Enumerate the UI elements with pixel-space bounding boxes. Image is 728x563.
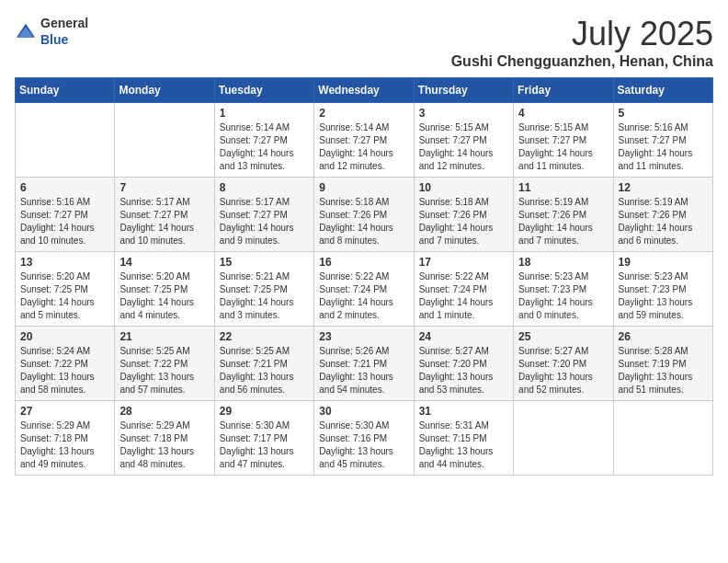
day-info: Sunrise: 5:21 AM Sunset: 7:25 PM Dayligh… <box>220 270 309 322</box>
calendar-cell: 9Sunrise: 5:18 AM Sunset: 7:26 PM Daylig… <box>314 178 414 252</box>
day-number: 1 <box>220 107 309 120</box>
calendar-cell: 5Sunrise: 5:16 AM Sunset: 7:27 PM Daylig… <box>613 103 712 178</box>
calendar-week-row: 6Sunrise: 5:16 AM Sunset: 7:27 PM Daylig… <box>16 178 713 252</box>
calendar-cell: 30Sunrise: 5:30 AM Sunset: 7:16 PM Dayli… <box>314 401 414 476</box>
calendar-cell: 17Sunrise: 5:22 AM Sunset: 7:24 PM Dayli… <box>414 252 513 327</box>
day-number: 6 <box>20 181 109 194</box>
day-info: Sunrise: 5:19 AM Sunset: 7:26 PM Dayligh… <box>619 196 708 247</box>
calendar-cell: 18Sunrise: 5:23 AM Sunset: 7:23 PM Dayli… <box>514 252 613 327</box>
calendar-cell: 15Sunrise: 5:21 AM Sunset: 7:25 PM Dayli… <box>214 252 313 327</box>
day-info: Sunrise: 5:23 AM Sunset: 7:23 PM Dayligh… <box>518 270 608 322</box>
calendar-cell: 8Sunrise: 5:17 AM Sunset: 7:27 PM Daylig… <box>214 178 313 252</box>
day-number: 26 <box>619 330 708 343</box>
day-number: 15 <box>220 256 309 269</box>
calendar-cell: 6Sunrise: 5:16 AM Sunset: 7:27 PM Daylig… <box>16 178 115 252</box>
day-number: 4 <box>518 107 608 120</box>
day-number: 21 <box>119 330 209 343</box>
weekday-header-row: SundayMondayTuesdayWednesdayThursdayFrid… <box>16 78 713 103</box>
calendar-cell: 20Sunrise: 5:24 AM Sunset: 7:22 PM Dayli… <box>16 327 115 401</box>
day-info: Sunrise: 5:19 AM Sunset: 7:26 PM Dayligh… <box>518 196 608 247</box>
calendar-cell: 13Sunrise: 5:20 AM Sunset: 7:25 PM Dayli… <box>16 252 115 327</box>
day-number: 3 <box>419 107 508 120</box>
day-number: 25 <box>518 330 608 343</box>
calendar-cell: 21Sunrise: 5:25 AM Sunset: 7:22 PM Dayli… <box>115 327 214 401</box>
weekday-header-tuesday: Tuesday <box>214 78 313 103</box>
day-number: 20 <box>20 330 109 343</box>
day-number: 17 <box>419 256 508 269</box>
day-info: Sunrise: 5:26 AM Sunset: 7:21 PM Dayligh… <box>319 345 408 396</box>
weekday-header-monday: Monday <box>115 78 214 103</box>
day-number: 7 <box>119 181 209 194</box>
calendar-week-row: 1Sunrise: 5:14 AM Sunset: 7:27 PM Daylig… <box>16 103 713 178</box>
day-info: Sunrise: 5:27 AM Sunset: 7:20 PM Dayligh… <box>419 345 508 396</box>
calendar-cell: 1Sunrise: 5:14 AM Sunset: 7:27 PM Daylig… <box>214 103 313 178</box>
day-number: 31 <box>419 405 508 418</box>
calendar-week-row: 20Sunrise: 5:24 AM Sunset: 7:22 PM Dayli… <box>16 327 713 401</box>
location-title: Gushi Chengguanzhen, Henan, China <box>451 53 713 70</box>
day-info: Sunrise: 5:20 AM Sunset: 7:25 PM Dayligh… <box>20 270 109 322</box>
calendar-cell: 4Sunrise: 5:15 AM Sunset: 7:27 PM Daylig… <box>514 103 613 178</box>
day-info: Sunrise: 5:24 AM Sunset: 7:22 PM Dayligh… <box>20 345 109 396</box>
day-info: Sunrise: 5:15 AM Sunset: 7:27 PM Dayligh… <box>419 121 508 173</box>
calendar-cell: 29Sunrise: 5:30 AM Sunset: 7:17 PM Dayli… <box>214 401 313 476</box>
calendar-table: SundayMondayTuesdayWednesdayThursdayFrid… <box>15 77 713 476</box>
day-number: 9 <box>319 181 408 194</box>
calendar-cell <box>613 401 712 476</box>
weekday-header-saturday: Saturday <box>613 78 712 103</box>
day-info: Sunrise: 5:18 AM Sunset: 7:26 PM Dayligh… <box>419 196 508 247</box>
calendar-cell <box>115 103 214 178</box>
day-info: Sunrise: 5:17 AM Sunset: 7:27 PM Dayligh… <box>220 196 309 247</box>
logo-icon <box>15 22 37 40</box>
day-number: 28 <box>119 405 209 418</box>
day-number: 10 <box>419 181 508 194</box>
calendar-cell <box>514 401 613 476</box>
day-info: Sunrise: 5:14 AM Sunset: 7:27 PM Dayligh… <box>319 121 408 173</box>
calendar-cell <box>16 103 115 178</box>
calendar-cell: 31Sunrise: 5:31 AM Sunset: 7:15 PM Dayli… <box>414 401 513 476</box>
day-info: Sunrise: 5:30 AM Sunset: 7:17 PM Dayligh… <box>220 419 309 471</box>
day-info: Sunrise: 5:15 AM Sunset: 7:27 PM Dayligh… <box>518 121 608 173</box>
day-number: 14 <box>119 256 209 269</box>
day-number: 8 <box>220 181 309 194</box>
calendar-cell: 24Sunrise: 5:27 AM Sunset: 7:20 PM Dayli… <box>414 327 513 401</box>
calendar-cell: 7Sunrise: 5:17 AM Sunset: 7:27 PM Daylig… <box>115 178 214 252</box>
day-number: 2 <box>319 107 408 120</box>
calendar-cell: 28Sunrise: 5:29 AM Sunset: 7:18 PM Dayli… <box>115 401 214 476</box>
day-number: 5 <box>619 107 708 120</box>
day-info: Sunrise: 5:18 AM Sunset: 7:26 PM Dayligh… <box>319 196 408 247</box>
calendar-cell: 2Sunrise: 5:14 AM Sunset: 7:27 PM Daylig… <box>314 103 414 178</box>
calendar-cell: 12Sunrise: 5:19 AM Sunset: 7:26 PM Dayli… <box>613 178 712 252</box>
day-info: Sunrise: 5:14 AM Sunset: 7:27 PM Dayligh… <box>220 121 309 173</box>
day-info: Sunrise: 5:17 AM Sunset: 7:27 PM Dayligh… <box>119 196 209 247</box>
day-info: Sunrise: 5:22 AM Sunset: 7:24 PM Dayligh… <box>419 270 508 322</box>
day-info: Sunrise: 5:29 AM Sunset: 7:18 PM Dayligh… <box>20 419 109 471</box>
day-number: 11 <box>518 181 608 194</box>
day-number: 30 <box>319 405 408 418</box>
weekday-header-friday: Friday <box>514 78 613 103</box>
day-info: Sunrise: 5:25 AM Sunset: 7:21 PM Dayligh… <box>220 345 309 396</box>
day-number: 27 <box>20 405 109 418</box>
day-info: Sunrise: 5:22 AM Sunset: 7:24 PM Dayligh… <box>319 270 408 322</box>
calendar-cell: 25Sunrise: 5:27 AM Sunset: 7:20 PM Dayli… <box>514 327 613 401</box>
day-info: Sunrise: 5:30 AM Sunset: 7:16 PM Dayligh… <box>319 419 408 471</box>
day-info: Sunrise: 5:28 AM Sunset: 7:19 PM Dayligh… <box>619 345 708 396</box>
day-info: Sunrise: 5:20 AM Sunset: 7:25 PM Dayligh… <box>119 270 209 322</box>
calendar-cell: 26Sunrise: 5:28 AM Sunset: 7:19 PM Dayli… <box>613 327 712 401</box>
calendar-cell: 16Sunrise: 5:22 AM Sunset: 7:24 PM Dayli… <box>314 252 414 327</box>
day-info: Sunrise: 5:31 AM Sunset: 7:15 PM Dayligh… <box>419 419 508 471</box>
calendar-week-row: 13Sunrise: 5:20 AM Sunset: 7:25 PM Dayli… <box>16 252 713 327</box>
weekday-header-wednesday: Wednesday <box>314 78 414 103</box>
day-info: Sunrise: 5:16 AM Sunset: 7:27 PM Dayligh… <box>20 196 109 247</box>
calendar-cell: 27Sunrise: 5:29 AM Sunset: 7:18 PM Dayli… <box>16 401 115 476</box>
day-number: 18 <box>518 256 608 269</box>
month-title: July 2025 <box>451 15 713 53</box>
logo-text-general: General <box>40 16 88 30</box>
day-number: 12 <box>619 181 708 194</box>
day-number: 16 <box>319 256 408 269</box>
calendar-cell: 19Sunrise: 5:23 AM Sunset: 7:23 PM Dayli… <box>613 252 712 327</box>
calendar-cell: 11Sunrise: 5:19 AM Sunset: 7:26 PM Dayli… <box>514 178 613 252</box>
day-info: Sunrise: 5:23 AM Sunset: 7:23 PM Dayligh… <box>619 270 708 322</box>
page-header: General Blue July 2025 Gushi Chengguanzh… <box>15 15 713 70</box>
day-info: Sunrise: 5:27 AM Sunset: 7:20 PM Dayligh… <box>518 345 608 396</box>
day-number: 23 <box>319 330 408 343</box>
